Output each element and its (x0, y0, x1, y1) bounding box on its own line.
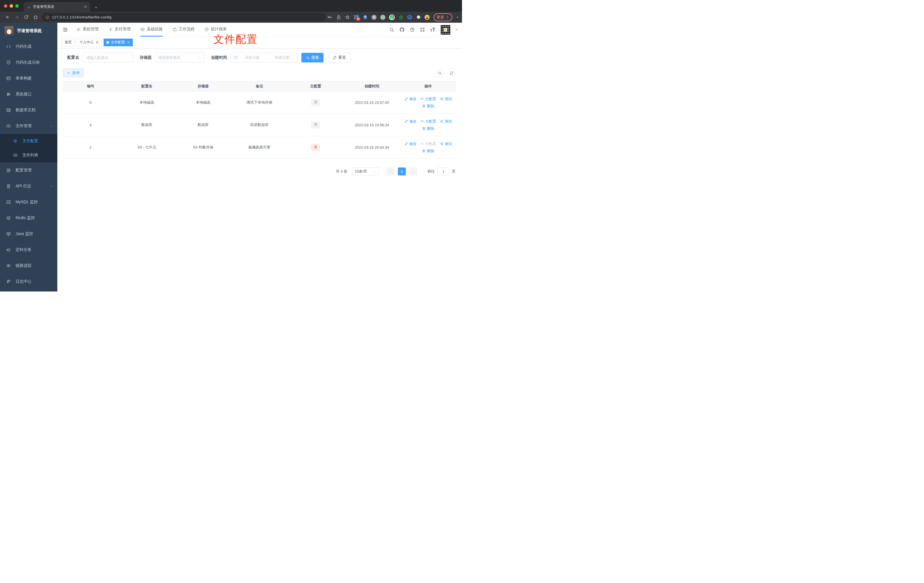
browser-tab[interactable]: 芋道管理系统 ✕ (23, 2, 90, 12)
bookmark-star-icon[interactable] (345, 15, 350, 20)
date-range-picker[interactable]: 开始日期 - 结束日期 (231, 53, 297, 63)
reset-button[interactable]: 重置 (328, 53, 350, 63)
next-page-button[interactable] (409, 167, 417, 175)
chevron-down-icon[interactable] (456, 29, 458, 31)
eye-rings-icon[interactable] (407, 15, 412, 20)
sidebar-item-8[interactable]: MySQL 监控 (0, 194, 57, 210)
table-toolbar: 新增 (63, 69, 456, 77)
test-label: 测试 (445, 119, 452, 124)
cell-remark: 测试下本地存储 (231, 91, 287, 114)
sidebar-item-7[interactable]: API 日志 (0, 178, 57, 194)
sidebar-item-12[interactable]: 链路追踪 (0, 258, 57, 274)
command-icon[interactable]: ⌘ (371, 15, 376, 20)
delete-link[interactable]: 删除 (422, 149, 434, 154)
master-config-link[interactable]: 主配置 (420, 119, 436, 124)
tab-close-icon[interactable]: ✕ (84, 5, 87, 9)
tab-grid-icon[interactable]: 11 (354, 15, 359, 20)
reload-icon[interactable] (24, 15, 29, 20)
test-link[interactable]: 测试 (440, 119, 452, 124)
topnav-item-2[interactable]: 基础设施 (140, 23, 163, 36)
new-tab-button[interactable] (94, 6, 98, 9)
goto-page-input[interactable] (437, 167, 449, 175)
sidebar-item-9[interactable]: Redis 监控 (0, 210, 57, 226)
font-size-icon[interactable]: TT (430, 27, 435, 32)
record-icon[interactable] (380, 15, 385, 20)
end-date-placeholder[interactable]: 结束日期 (271, 55, 294, 60)
fullscreen-icon[interactable] (420, 27, 425, 32)
zoom-window-button[interactable] (15, 4, 19, 8)
master-tag: 否 (311, 122, 320, 128)
delete-link[interactable]: 删除 (422, 104, 434, 109)
edit-link[interactable]: 修改 (404, 96, 417, 102)
forward-icon[interactable] (15, 15, 19, 20)
sidebar-item-4[interactable]: 数据库文档 (0, 102, 57, 118)
search-icon[interactable] (389, 27, 394, 32)
sidebar-item-1[interactable]: 代码生成示例 (0, 55, 57, 70)
back-icon[interactable] (5, 15, 10, 20)
page-tab-2[interactable]: 文件配置✕ (104, 39, 133, 46)
help-icon[interactable] (410, 27, 414, 32)
sidebar-item-11[interactable]: 定时任务 (0, 242, 57, 258)
sidebar-item-2[interactable]: 表单构建 (0, 70, 57, 86)
sidebar-item-label: Redis 监控 (16, 215, 53, 221)
page-tab-1[interactable]: 个人中心✕ (77, 39, 102, 46)
edit-link[interactable]: 修改 (404, 141, 417, 147)
sidebar-item-5[interactable]: 文件管理 (0, 118, 57, 134)
chrome-caret-icon[interactable] (456, 17, 459, 19)
delete-link[interactable]: 删除 (422, 126, 434, 131)
topnav-item-1[interactable]: 支付管理 (109, 23, 130, 36)
master-config-link[interactable]: 主配置 (420, 141, 436, 147)
storage-filter-select[interactable]: 请选择存储器 (155, 53, 204, 63)
refresh-table-button[interactable] (447, 69, 455, 77)
log-edit-icon (6, 279, 11, 284)
menu-fold-icon[interactable] (63, 27, 68, 32)
app-header: 系统管理支付管理基础设施工作流程统计报表 TT (57, 23, 462, 37)
sidebar-item-3[interactable]: 系统接口 (0, 86, 57, 102)
close-icon[interactable]: ✕ (127, 40, 130, 45)
topnav-item-0[interactable]: 系统管理 (76, 23, 99, 36)
start-date-placeholder[interactable]: 开始日期 (240, 55, 264, 60)
url-bar[interactable]: 127.0.0.1:1024/infra/file/file-config (42, 13, 326, 21)
avatar[interactable] (441, 25, 450, 35)
home-icon[interactable] (33, 15, 38, 20)
close-icon[interactable]: ✕ (96, 40, 99, 45)
current-page-button[interactable]: 1 (398, 167, 406, 175)
password-key-icon[interactable] (327, 15, 332, 20)
sidebar-item-13[interactable]: 日志中心 (0, 274, 57, 289)
favicon-leaf-icon (26, 5, 31, 9)
site-info-icon[interactable] (45, 15, 50, 19)
sidebar-subitem-0[interactable]: 文件配置 (0, 134, 57, 148)
balloon-icon[interactable] (363, 15, 368, 20)
show-search-button[interactable] (435, 69, 444, 77)
star-green-icon[interactable] (398, 15, 404, 20)
name-filter-input[interactable] (82, 53, 133, 63)
share-icon[interactable] (336, 15, 341, 20)
master-config-link[interactable]: 主配置 (420, 96, 436, 102)
close-window-button[interactable] (4, 4, 7, 8)
browser-update-button[interactable]: 更新 (434, 13, 452, 21)
page-tab-0[interactable]: 首页 (62, 39, 75, 46)
github-icon[interactable] (399, 27, 404, 32)
test-link[interactable]: 测试 (440, 141, 452, 147)
main-area: 系统管理支付管理基础设施工作流程统计报表 TT 首页个人中心✕文件配置✕ 文件配… (57, 23, 462, 292)
minimize-window-button[interactable] (10, 4, 13, 8)
sidebar-item-6[interactable]: 配置管理 (0, 162, 57, 178)
test-link[interactable]: 测试 (440, 96, 452, 102)
sidebar-subitem-1[interactable]: 文件列表 (0, 148, 57, 162)
edit-link[interactable]: 修改 (404, 119, 417, 124)
y-circle-icon[interactable] (389, 15, 395, 20)
search-button[interactable]: 搜索 (301, 53, 323, 63)
sidebar-item-label: 数据库文档 (16, 107, 53, 113)
cell-storage: 数据库 (175, 114, 231, 136)
page-size-select[interactable]: 10条/页 (352, 167, 379, 175)
puzzle-icon[interactable] (416, 15, 421, 20)
topnav-item-3[interactable]: 工作流程 (173, 23, 195, 36)
name-filter-label: 配置名 (67, 55, 79, 60)
emoji-face-icon[interactable] (424, 15, 430, 20)
code-icon (6, 44, 11, 49)
sidebar-item-0[interactable]: 代码生成 (0, 39, 57, 55)
sidebar-item-10[interactable]: Java 监控 (0, 226, 57, 242)
prev-page-button[interactable] (386, 167, 394, 175)
sidebar-logo-row[interactable]: 芋道管理系统 (0, 23, 57, 39)
add-button[interactable]: 新增 (63, 69, 83, 77)
